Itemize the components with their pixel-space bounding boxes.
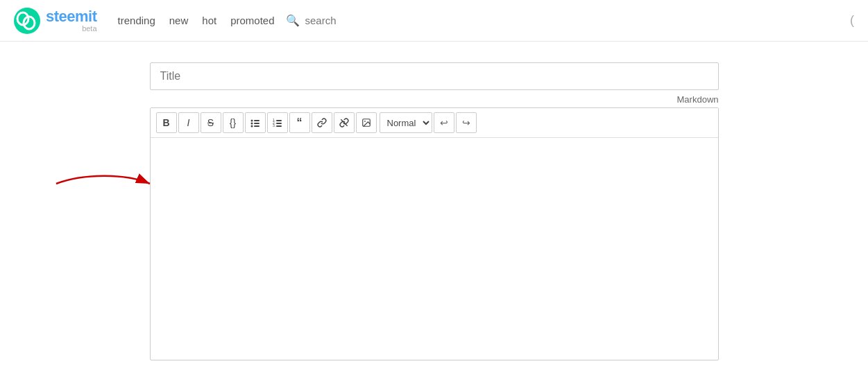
nav-promoted[interactable]: promoted bbox=[230, 15, 274, 26]
italic-button[interactable]: I bbox=[178, 112, 199, 133]
logo-text-wrap: steemit beta bbox=[46, 9, 97, 33]
nav-hot[interactable]: hot bbox=[202, 15, 216, 26]
nav-trending[interactable]: trending bbox=[118, 15, 155, 26]
link-icon bbox=[317, 118, 327, 128]
svg-rect-9 bbox=[254, 125, 259, 127]
logo-beta: beta bbox=[46, 25, 97, 33]
heading-select[interactable]: Normal H1 H2 H3 H4 bbox=[380, 112, 432, 133]
editor-wrapper: Markdown B I S {} bbox=[150, 62, 719, 360]
code-button[interactable]: {} bbox=[223, 112, 244, 133]
svg-point-6 bbox=[250, 123, 253, 125]
link-button[interactable] bbox=[312, 112, 332, 133]
search-area: 🔍 bbox=[286, 14, 375, 27]
svg-rect-11 bbox=[276, 120, 282, 121]
logo-text: steemit bbox=[46, 9, 97, 24]
strikethrough-button[interactable]: S bbox=[201, 112, 221, 133]
logo-icon bbox=[14, 8, 40, 34]
header: steemit beta trending new hot promoted 🔍… bbox=[0, 0, 868, 42]
search-input[interactable] bbox=[305, 15, 375, 26]
image-button[interactable] bbox=[356, 112, 377, 133]
toolbar: B I S {} bbox=[151, 108, 718, 138]
nav-links: trending new hot promoted bbox=[118, 15, 275, 26]
svg-rect-7 bbox=[254, 123, 259, 124]
ul-icon bbox=[250, 118, 260, 128]
svg-point-18 bbox=[364, 121, 366, 122]
title-input[interactable] bbox=[150, 62, 719, 90]
svg-point-8 bbox=[250, 125, 253, 128]
ol-icon: 1. 2. 3. bbox=[273, 118, 282, 128]
no-link-icon bbox=[339, 118, 349, 128]
quote-button[interactable]: “ bbox=[289, 112, 310, 133]
undo-button[interactable]: ↩ bbox=[434, 112, 454, 133]
ordered-list-button[interactable]: 1. 2. 3. bbox=[267, 112, 288, 133]
annotation-arrow bbox=[49, 170, 153, 198]
image-icon bbox=[361, 118, 371, 128]
markdown-toggle[interactable]: Markdown bbox=[150, 94, 719, 105]
editor-body[interactable] bbox=[151, 138, 718, 360]
main-content: Markdown B I S {} bbox=[0, 42, 868, 366]
bold-button[interactable]: B bbox=[156, 112, 177, 133]
svg-rect-5 bbox=[254, 120, 259, 121]
svg-point-4 bbox=[250, 120, 253, 122]
svg-rect-15 bbox=[276, 125, 282, 127]
redo-button[interactable]: ↪ bbox=[456, 112, 477, 133]
search-icon[interactable]: 🔍 bbox=[286, 14, 300, 27]
nav-new[interactable]: new bbox=[169, 15, 189, 26]
logo-area[interactable]: steemit beta bbox=[14, 8, 97, 34]
editor-container: B I S {} bbox=[150, 107, 719, 360]
header-right: ( bbox=[850, 13, 854, 28]
unordered-list-button[interactable] bbox=[245, 112, 266, 133]
svg-rect-13 bbox=[276, 123, 282, 124]
no-link-button[interactable] bbox=[334, 112, 355, 133]
svg-text:3.: 3. bbox=[273, 123, 275, 128]
